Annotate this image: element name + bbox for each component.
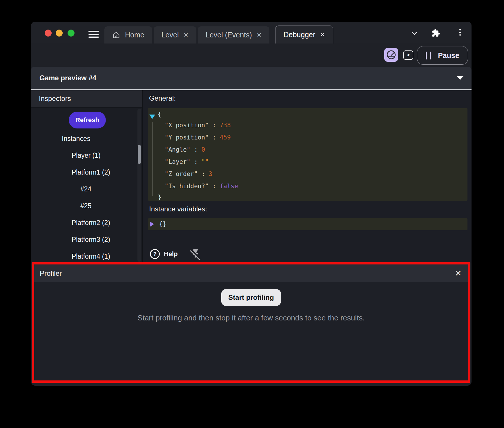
home-icon [112, 31, 120, 39]
sidebar-scrollbar-track[interactable] [137, 109, 141, 262]
tab-label: Debugger [283, 30, 315, 39]
tree-item[interactable]: Player (1) [31, 147, 136, 164]
expand-collapse-icon[interactable] [149, 115, 155, 119]
help-row: ? Help [150, 248, 202, 260]
tree-item[interactable]: Instances [31, 130, 136, 147]
game-preview-title: Game preview #4 [39, 67, 96, 89]
tree-item[interactable]: #24 [31, 181, 136, 197]
flash-off-icon[interactable] [190, 248, 202, 260]
start-profiling-button[interactable]: Start profiling [221, 289, 281, 306]
json-property-row: "Y position" : 459 [158, 131, 465, 144]
pause-icon [426, 52, 431, 59]
profiler-header: Profiler ✕ [34, 264, 468, 282]
sidebar-scrollbar-thumb[interactable] [138, 145, 141, 164]
inspectors-title: Inspectors [39, 90, 71, 107]
inspector-tree: InstancesPlayer (1)Platform1 (2)#24#25Pl… [31, 130, 136, 263]
close-icon[interactable]: ✕ [320, 31, 325, 38]
game-preview-header[interactable]: Game preview #4 [31, 67, 472, 89]
json-brace-row: } [158, 192, 465, 202]
general-json-viewer: {"X position" : 738"Y position" : 459"An… [148, 108, 467, 201]
indent-guide [152, 122, 153, 196]
tab-home[interactable]: Home [104, 26, 152, 43]
debugger-toolbar: > Pause [31, 43, 472, 67]
tree-item[interactable]: #25 [31, 197, 136, 214]
help-question-icon[interactable]: ? [150, 249, 160, 259]
hamburger-menu-icon[interactable] [88, 31, 99, 38]
help-label[interactable]: Help [164, 250, 178, 258]
more-options-kebab-icon[interactable] [458, 29, 461, 37]
main-area: Inspectors Refresh InstancesPlayer (1)Pl… [31, 90, 472, 263]
close-icon[interactable]: ✕ [183, 32, 188, 39]
tab-label: Level (Events) [206, 31, 252, 39]
tree-item[interactable]: Platform4 (1) [31, 248, 136, 263]
app-window: Home Level ✕ Level (Events) ✕ Debugger ✕ [31, 22, 472, 386]
inspectors-sidebar: Inspectors Refresh InstancesPlayer (1)Pl… [31, 90, 142, 263]
tab-label: Home [125, 31, 144, 39]
profiler-panel: Profiler ✕ Start profiling Start profili… [32, 262, 470, 383]
instance-variables-label: Instance variables: [149, 205, 207, 213]
tree-item[interactable]: Platform3 (2) [31, 231, 136, 248]
tab-debugger[interactable]: Debugger ✕ [275, 26, 333, 43]
tab-level-events[interactable]: Level (Events) ✕ [198, 26, 269, 43]
tab-level[interactable]: Level ✕ [154, 26, 196, 43]
json-brace-row: { [158, 109, 465, 119]
refresh-button[interactable]: Refresh [69, 112, 106, 128]
json-property-row: "Layer" : "" [158, 156, 465, 168]
traffic-light-minimize[interactable] [56, 30, 63, 37]
profiler-hint: Start profiling and then stop it after a… [34, 313, 468, 322]
empty-object-value: {} [159, 220, 167, 227]
json-view-rows: {"X position" : 738"Y position" : 459"An… [158, 109, 465, 202]
tree-item[interactable]: Platform1 (2) [31, 164, 136, 181]
json-property-row: "Z order" : 3 [158, 168, 465, 180]
caret-down-icon[interactable] [457, 76, 463, 80]
close-icon[interactable]: ✕ [455, 264, 462, 282]
inspectors-header: Inspectors [31, 90, 142, 108]
profiler-body: Start profiling Start profiling and then… [34, 282, 468, 322]
inspector-content: General: {"X position" : 738"Y position"… [143, 90, 472, 263]
close-icon[interactable]: ✕ [257, 32, 262, 39]
tab-label: Level [162, 31, 179, 39]
pause-label: Pause [438, 51, 459, 60]
profiler-gauge-icon[interactable] [384, 48, 398, 62]
tab-bar: Home Level ✕ Level (Events) ✕ Debugger ✕ [104, 26, 335, 43]
profiler-title: Profiler [40, 264, 62, 282]
json-property-row: "X position" : 738 [158, 119, 465, 131]
collapsed-arrow-icon[interactable] [150, 222, 154, 227]
general-section-label: General: [149, 94, 176, 102]
extensions-puzzle-icon[interactable] [432, 29, 440, 37]
traffic-light-zoom[interactable] [68, 30, 75, 37]
pause-button[interactable]: Pause [417, 46, 468, 65]
console-icon[interactable]: > [403, 50, 413, 60]
titlebar: Home Level ✕ Level (Events) ✕ Debugger ✕ [31, 22, 472, 43]
instance-variables-viewer: {} [148, 218, 467, 230]
traffic-light-close[interactable] [45, 30, 52, 37]
json-property-row: "Is hidden?" : false [158, 180, 465, 192]
tree-item[interactable]: Platform2 (2) [31, 214, 136, 231]
json-property-row: "Angle" : 0 [158, 144, 465, 156]
desktop-background: Home Level ✕ Level (Events) ✕ Debugger ✕ [0, 0, 504, 428]
chevron-down-icon[interactable] [410, 29, 418, 37]
